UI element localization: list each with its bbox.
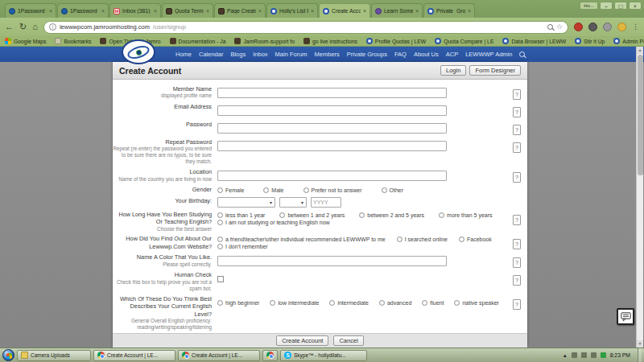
tab-close-icon[interactable]: × xyxy=(311,8,314,14)
birthday-month-select[interactable]: ▾ xyxy=(217,197,275,208)
study-length-radio[interactable]: between 1 and 2 years xyxy=(279,212,345,218)
taskbar-item-chrome[interactable]: Create Account | LE... xyxy=(178,350,260,361)
bookmark-item[interactable]: JamRoom-support fo xyxy=(234,38,294,44)
english-level-radio[interactable]: native speaker xyxy=(454,300,499,306)
browser-tab[interactable]: Page Creator - T× xyxy=(214,3,266,18)
bookmark-star-icon[interactable]: ☆ xyxy=(556,23,563,31)
repeat-password-input[interactable] xyxy=(217,141,447,151)
referral-radio[interactable]: Facebook xyxy=(459,237,492,242)
minimize-button[interactable]: – xyxy=(600,2,613,10)
feedback-button[interactable] xyxy=(617,308,634,325)
member-name-input[interactable] xyxy=(217,88,447,98)
help-button[interactable]: ? xyxy=(513,142,521,153)
gender-radio-other[interactable]: Other xyxy=(382,187,404,193)
english-level-radio[interactable]: fluent xyxy=(422,300,444,306)
start-button[interactable] xyxy=(2,349,14,361)
birthday-year-input[interactable] xyxy=(311,197,341,208)
nav-item-lewwwp-admin[interactable]: LEWWWP Admin xyxy=(465,51,512,58)
human-check-checkbox[interactable] xyxy=(217,276,224,282)
nav-item-calendar[interactable]: Calendar xyxy=(199,51,223,58)
lewwwp-logo[interactable] xyxy=(122,39,155,64)
show-desktop-button[interactable] xyxy=(638,348,642,362)
maximize-button[interactable]: ▢ xyxy=(614,2,627,10)
site-info-icon[interactable]: i xyxy=(49,23,56,31)
tab-close-icon[interactable]: × xyxy=(258,8,262,14)
browser-tab[interactable]: Quota Terms Of× xyxy=(162,3,213,18)
help-button[interactable]: ? xyxy=(513,125,521,135)
browser-tab[interactable]: Private_Groups× xyxy=(423,3,475,18)
email-input[interactable] xyxy=(217,105,447,116)
help-button[interactable]: ? xyxy=(513,257,521,268)
study-length-radio[interactable]: more than 5 years xyxy=(439,212,492,218)
nav-item-inbox[interactable]: Inbox xyxy=(253,51,267,58)
bookmark-item[interactable]: Profile Quotas | LEW xyxy=(366,38,426,44)
tray-expand-icon[interactable]: ▲ xyxy=(563,353,568,358)
help-button[interactable]: ? xyxy=(513,275,521,286)
scrollbar[interactable]: ▲ ▼ xyxy=(636,47,643,348)
taskbar-item-skype[interactable]: SSkype™ - hollydilatu... xyxy=(280,350,367,361)
nav-item-about-us[interactable]: About Us xyxy=(414,51,439,58)
browser-tab[interactable]: 1Password Exten× xyxy=(5,3,56,18)
help-button[interactable]: ? xyxy=(513,172,521,183)
english-level-radio[interactable]: high beginner xyxy=(217,300,259,306)
tab-close-icon[interactable]: × xyxy=(101,8,105,14)
scrollbar-thumb[interactable] xyxy=(638,55,643,175)
nav-item-main-forum[interactable]: Main Forum xyxy=(275,51,308,58)
volume-icon[interactable] xyxy=(572,352,577,358)
cancel-button[interactable]: Cancel xyxy=(333,335,363,347)
network-icon[interactable] xyxy=(591,352,597,358)
nav-item-private-groups[interactable]: Private Groups xyxy=(347,51,387,58)
nav-item-faq[interactable]: FAQ xyxy=(394,51,407,58)
tab-close-icon[interactable]: × xyxy=(363,8,366,14)
extension-icon[interactable] xyxy=(603,23,612,31)
bookmark-item[interactable]: Data Browser | LEWW xyxy=(502,38,566,44)
gender-radio-male[interactable]: Male xyxy=(263,187,283,193)
gender-radio-female[interactable]: Female xyxy=(217,187,244,193)
tab-close-icon[interactable]: × xyxy=(468,8,471,14)
close-button[interactable]: × xyxy=(629,2,642,10)
browser-tab[interactable]: MInbox (381) - h× xyxy=(109,3,161,18)
taskbar-item-chrome-icon-only[interactable] xyxy=(262,350,278,361)
back-icon[interactable]: ← xyxy=(5,23,14,31)
scroll-down-icon[interactable]: ▼ xyxy=(637,340,643,348)
form-designer-button[interactable]: Form Designer xyxy=(469,65,521,76)
create-account-button[interactable]: Create Account xyxy=(276,335,328,347)
tab-close-icon[interactable]: × xyxy=(154,8,157,14)
study-length-radio[interactable]: I am not studying or teaching English no… xyxy=(217,220,330,225)
refresh-icon[interactable]: ↻ xyxy=(19,23,27,31)
extension-icon[interactable] xyxy=(588,23,597,31)
home-icon[interactable]: ⌂ xyxy=(32,23,38,31)
tab-close-icon[interactable]: × xyxy=(49,8,52,14)
nav-item-members[interactable]: Members xyxy=(315,51,340,58)
browser-tab-active[interactable]: Create Account |× xyxy=(319,3,370,18)
tab-close-icon[interactable]: × xyxy=(206,8,209,14)
study-length-radio[interactable]: less than 1 year xyxy=(217,212,265,218)
help-button[interactable]: ? xyxy=(513,89,521,100)
bookmark-item[interactable]: Google Maps xyxy=(5,38,46,44)
1password-extension-icon[interactable] xyxy=(574,23,583,31)
action-center-icon[interactable] xyxy=(601,352,606,358)
taskbar-item-chrome[interactable]: Create Account | LE... xyxy=(93,350,175,361)
referral-radio[interactable]: I searched online xyxy=(397,237,448,242)
help-button[interactable]: ? xyxy=(513,239,521,249)
browser-tab[interactable]: Holly's List For H× xyxy=(266,3,318,18)
tab-close-icon[interactable]: × xyxy=(415,8,419,14)
study-length-radio[interactable]: between 2 and 5 years xyxy=(359,212,424,218)
browser-tab[interactable]: 1Password× xyxy=(57,3,109,18)
english-level-radio[interactable]: intermediate xyxy=(329,300,369,306)
password-input[interactable] xyxy=(217,123,447,134)
search-icon[interactable] xyxy=(519,51,525,57)
birthday-day-select[interactable]: ▾ xyxy=(279,197,307,208)
zoom-icon[interactable] xyxy=(547,24,553,30)
nav-item-acp[interactable]: ACP xyxy=(446,51,458,58)
browser-tab[interactable]: Learn Somethin× xyxy=(371,3,423,18)
login-button[interactable]: Login xyxy=(440,65,466,76)
location-input[interactable] xyxy=(217,171,447,181)
browser-menu-icon[interactable]: ⋮ xyxy=(632,23,639,31)
bookmark-item[interactable]: Stir it Up xyxy=(575,38,605,44)
power-icon[interactable] xyxy=(581,352,587,358)
help-button[interactable]: ? xyxy=(513,215,521,225)
taskbar-item-camera-uploads[interactable]: Camera Uploads xyxy=(17,350,91,361)
scroll-up-icon[interactable]: ▲ xyxy=(637,47,643,54)
help-button[interactable]: ? xyxy=(513,107,521,117)
